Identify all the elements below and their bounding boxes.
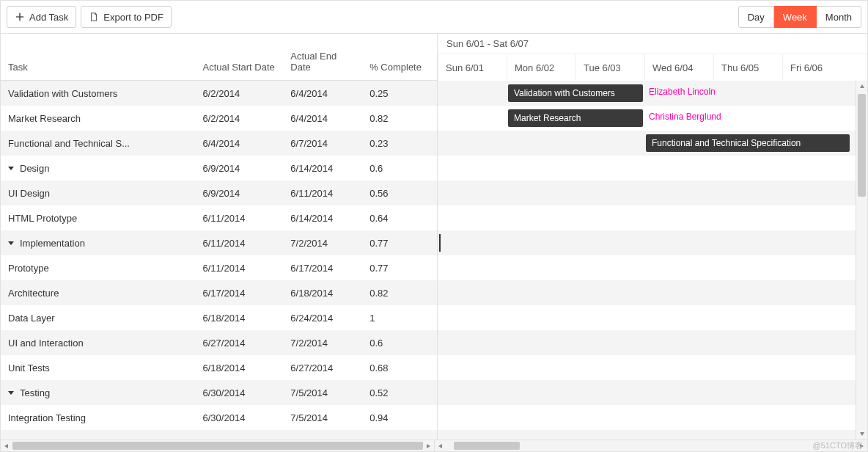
day-header[interactable]: Sun 6/01 [438,54,507,81]
timeline-row[interactable] [438,405,867,430]
end-date-cell: 6/7/2014 [284,138,364,149]
timeline-row[interactable] [438,430,867,440]
timeline-row[interactable] [438,181,867,205]
left-horizontal-scrollbar[interactable] [1,440,435,451]
table-row[interactable]: Testing6/30/20147/5/20140.52 [1,380,437,405]
day-header[interactable]: Tue 6/03 [575,54,644,81]
left-scroll-thumb[interactable] [12,442,423,450]
scroll-left-icon[interactable] [1,440,12,452]
assignee-label[interactable]: Christina Berglund [649,112,721,122]
col-header-end[interactable]: Actual End Date [284,43,364,80]
end-date-cell: 7/5/2014 [284,437,364,440]
gantt-bar[interactable]: Functional and Technical Specification [646,134,850,152]
task-cell[interactable]: Testing [1,387,197,398]
table-row[interactable]: Validation with Customers6/2/20146/4/201… [1,81,437,106]
end-date-cell: 6/4/2014 [284,113,364,124]
table-row[interactable]: Data Layer6/18/20146/24/20141 [1,305,437,330]
timeline-row[interactable] [438,230,867,255]
timeline-row[interactable]: Market ResearchChristina Berglund [438,106,867,131]
table-row[interactable]: Prototype6/11/20146/17/20140.77 [1,255,437,280]
task-cell[interactable]: Design [1,163,197,174]
timeline-row[interactable]: Functional and Technical Specification [438,131,867,156]
start-date-cell: 6/2/2014 [197,113,285,124]
day-header[interactable]: Fri 6/06 [782,54,851,81]
timeline-row[interactable] [438,255,867,280]
pct-complete-cell: 0.56 [364,188,437,199]
pct-complete-cell: 0.82 [364,288,437,299]
right-scroll-thumb[interactable] [454,442,520,450]
task-cell[interactable]: Prototype [1,263,197,274]
view-day-button[interactable]: Day [738,6,774,28]
collapse-caret-icon[interactable] [8,167,14,170]
task-cell[interactable]: Functional and Technical S... [1,138,197,149]
task-name: UI and Interaction [8,338,84,349]
task-cell[interactable]: Implementation [1,238,197,249]
view-month-button[interactable]: Month [817,6,861,28]
start-date-cell: 6/4/2014 [197,138,285,149]
timeline-row[interactable] [438,330,867,355]
col-header-task[interactable]: Task [1,54,197,80]
table-row[interactable]: Functional and Technical S...6/4/20146/7… [1,131,437,156]
table-row[interactable]: HTML Prototype6/11/20146/14/20140.64 [1,205,437,230]
end-date-cell: 6/18/2014 [284,288,364,299]
add-task-button[interactable]: Add Task [7,6,76,28]
timeline-row[interactable] [438,280,867,305]
pct-complete-cell: 0.82 [364,113,437,124]
task-cell[interactable]: Load Testing [1,437,197,440]
export-pdf-label: Export to PDF [103,12,163,23]
collapse-caret-icon[interactable] [8,391,14,395]
task-cell[interactable]: UI and Interaction [1,338,197,349]
day-header[interactable]: Wed 6/04 [644,54,713,81]
vertical-scrollbar[interactable] [856,81,867,440]
gantt-bar[interactable]: Market Research [508,109,643,127]
col-header-pct[interactable]: % Complete [364,54,437,80]
pct-complete-cell: 1 [364,313,437,324]
task-name: Prototype [8,263,49,274]
day-header[interactable]: Thu 6/05 [713,54,782,81]
task-cell[interactable]: Validation with Customers [1,88,197,99]
scroll-right-icon[interactable] [422,440,434,452]
day-header[interactable]: Mon 6/02 [507,54,575,81]
timeline-header: Sun 6/01 - Sat 6/07 Sun 6/01Mon 6/02Tue … [438,34,867,81]
scroll-left-icon[interactable] [435,440,446,452]
task-cell[interactable]: HTML Prototype [1,213,197,224]
assignee-label[interactable]: Elizabeth Lincoln [649,87,716,97]
gantt-bar[interactable]: Validation with Customers [508,84,643,102]
toolbar: Add Task Export to PDF Day Week Month [1,1,867,33]
scroll-up-icon[interactable] [856,81,867,92]
col-header-start[interactable]: Actual Start Date [197,54,285,80]
task-name: UI Design [8,188,50,199]
start-date-cell: 6/27/2014 [197,338,285,349]
view-week-button[interactable]: Week [774,6,817,28]
export-pdf-button[interactable]: Export to PDF [81,6,172,28]
task-name: Implementation [20,238,85,249]
table-row[interactable]: Architecture6/17/20146/18/20140.82 [1,280,437,305]
task-cell[interactable]: Architecture [1,288,197,299]
table-row[interactable]: Integration Testing6/30/20147/5/20140.94 [1,405,437,430]
table-row[interactable]: Unit Tests6/18/20146/27/20140.68 [1,355,437,380]
table-row[interactable]: Market Research6/2/20146/4/20140.82 [1,106,437,131]
task-name: Unit Tests [8,362,50,373]
scroll-down-icon[interactable] [856,428,867,440]
end-date-cell: 6/17/2014 [284,263,364,274]
timeline-row[interactable] [438,305,867,330]
task-cell[interactable]: UI Design [1,188,197,199]
timeline-row[interactable]: Validation with CustomersElizabeth Linco… [438,81,867,106]
collapse-caret-icon[interactable] [8,241,14,245]
timeline-day-headers: Sun 6/01Mon 6/02Tue 6/03Wed 6/04Thu 6/05… [438,54,867,81]
table-row[interactable]: Implementation6/11/20147/2/20140.77 [1,230,437,255]
timeline-row[interactable] [438,156,867,181]
table-row[interactable]: UI Design6/9/20146/11/20140.56 [1,181,437,205]
timeline-row[interactable] [438,380,867,405]
task-cell[interactable]: Integration Testing [1,412,197,423]
table-row[interactable]: UI and Interaction6/27/20147/2/20140.6 [1,330,437,355]
timeline-row[interactable] [438,205,867,230]
vertical-scroll-thumb[interactable] [858,94,866,197]
table-row[interactable]: Design6/9/20146/14/20140.6 [1,156,437,181]
task-cell[interactable]: Market Research [1,113,197,124]
task-cell[interactable]: Data Layer [1,313,197,324]
timeline-row[interactable] [438,355,867,380]
right-horizontal-scrollbar[interactable] [435,440,868,451]
table-row[interactable]: Load Testing6/30/20147/5/20140.1 [1,430,437,440]
task-cell[interactable]: Unit Tests [1,362,197,373]
